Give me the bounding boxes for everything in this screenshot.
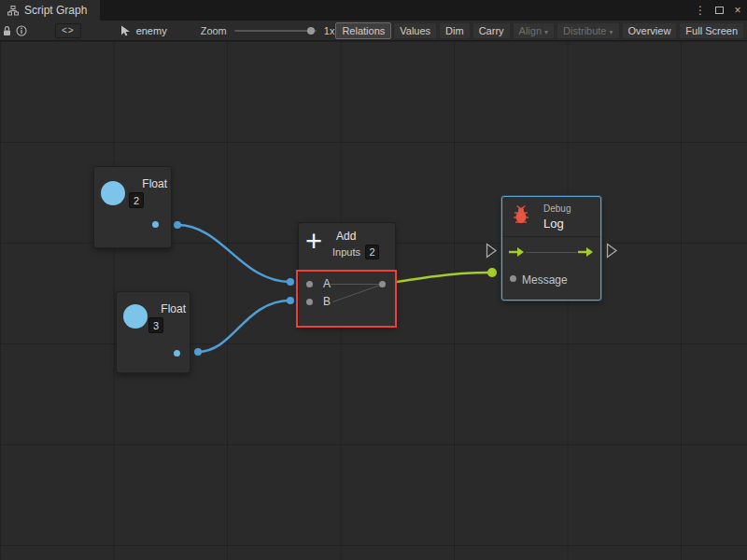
window-menu-button[interactable]: ⋮ <box>691 0 710 21</box>
inputs-count-input[interactable]: 2 <box>365 245 379 259</box>
graph-name-label: enemy <box>136 25 167 36</box>
code-icon: <> <box>62 25 75 35</box>
zoom-value: 1x <box>324 25 335 36</box>
debug-flow-row <box>502 237 600 267</box>
wire-endpoint-dot-green[interactable] <box>487 268 497 277</box>
distribute-dropdown[interactable]: Distribute▾ <box>557 22 619 39</box>
zoom-control: Zoom 1x <box>201 25 335 36</box>
node-title: Float <box>128 177 167 190</box>
script-graph-icon <box>7 6 19 16</box>
wire-endpoint-dot[interactable] <box>174 221 181 229</box>
wire-add-to-debug-message[interactable] <box>396 273 492 282</box>
wire-endpoint-dot[interactable] <box>194 348 202 356</box>
tab-title: Script Graph <box>24 4 87 17</box>
close-button[interactable]: × <box>728 0 747 21</box>
toolbar-buttons: Relations Values Dim Carry Align▾ Distri… <box>334 21 747 40</box>
carry-label: Carry <box>479 25 504 36</box>
relations-label: Relations <box>342 25 385 36</box>
float-node-3[interactable]: Float 3 <box>116 291 190 373</box>
float-value-input[interactable]: 3 <box>148 317 163 333</box>
relation-lines <box>299 271 395 326</box>
title-bar: Script Graph ⋮ × <box>0 0 747 21</box>
input-port-b[interactable] <box>306 299 313 305</box>
pointer-icon <box>120 25 131 36</box>
wire-endpoint-dot[interactable] <box>287 297 294 304</box>
add-icon: + <box>305 225 322 259</box>
debug-message-row: Message <box>502 267 600 297</box>
values-button[interactable]: Values <box>393 22 437 39</box>
fullscreen-button[interactable]: Full Screen <box>679 22 744 39</box>
flow-continuation-left-icon <box>486 243 498 259</box>
values-label: Values <box>400 25 430 36</box>
code-view-button[interactable]: <> <box>55 23 81 38</box>
add-node-header: + Add Inputs 2 <box>299 223 395 271</box>
flow-output-port-icon[interactable] <box>578 246 594 258</box>
dim-button[interactable]: Dim <box>439 22 471 39</box>
chevron-down-icon: ▾ <box>610 28 613 36</box>
float-node-2[interactable]: Float 2 <box>93 166 172 248</box>
input-port-a[interactable] <box>306 281 313 287</box>
wire-endpoint-dot[interactable] <box>287 278 294 286</box>
float-output-port[interactable] <box>174 350 180 357</box>
float-output-port[interactable] <box>152 221 159 228</box>
node-title: Log <box>543 217 564 231</box>
flow-relation-line <box>526 252 577 253</box>
relations-button[interactable]: Relations <box>335 22 391 39</box>
tab-script-graph[interactable]: Script Graph <box>0 0 100 21</box>
bug-icon <box>511 204 531 225</box>
graph-breadcrumb[interactable]: enemy <box>120 25 167 36</box>
flow-input-port-icon[interactable] <box>509 246 525 258</box>
info-button[interactable] <box>14 21 28 40</box>
overview-label: Overview <box>628 25 671 36</box>
inputs-label: Inputs <box>332 246 360 258</box>
distribute-label: Distribute <box>563 25 606 36</box>
zoom-slider[interactable] <box>234 30 317 32</box>
float-literal-icon <box>123 304 148 329</box>
debug-node-header: Debug Log <box>502 197 600 237</box>
port-b-label: B <box>323 295 331 308</box>
node-title: Float <box>147 302 186 315</box>
wire-float3-to-add-b[interactable] <box>198 301 290 352</box>
message-port-label: Message <box>522 273 568 287</box>
maximize-button[interactable] <box>710 0 728 21</box>
debug-log-node[interactable]: Debug Log Message <box>501 196 601 301</box>
kebab-menu-icon: ⋮ <box>695 4 706 17</box>
maximize-icon <box>715 7 724 14</box>
carry-button[interactable]: Carry <box>472 22 511 39</box>
zoom-slider-handle[interactable] <box>307 27 315 35</box>
overview-button[interactable]: Overview <box>622 22 678 39</box>
graph-canvas[interactable]: Float 2 Float 3 + Add Inputs 2 <box>0 41 747 560</box>
titlebar-spacer <box>100 0 691 21</box>
dim-label: Dim <box>445 25 464 36</box>
float-literal-icon <box>101 181 125 205</box>
editor-window: Script Graph ⋮ × <> enemy <box>0 0 747 560</box>
close-icon: × <box>734 4 740 17</box>
node-title: Add <box>336 230 356 243</box>
node-category: Debug <box>543 203 571 214</box>
add-node[interactable]: + Add Inputs 2 A B <box>298 222 396 327</box>
message-input-port[interactable] <box>510 275 516 282</box>
wire-float2-to-add-a[interactable] <box>177 225 290 282</box>
info-icon <box>16 25 27 36</box>
chevron-down-icon: ▾ <box>544 28 548 36</box>
lock-button[interactable] <box>0 21 14 40</box>
graph-toolbar: <> enemy Zoom 1x Relations Values Dim Ca… <box>0 21 747 41</box>
float-value-input[interactable]: 2 <box>129 192 144 208</box>
fullscreen-label: Full Screen <box>685 25 738 36</box>
align-dropdown[interactable]: Align▾ <box>513 22 555 39</box>
add-node-ports: A B <box>299 271 395 326</box>
flow-continuation-right-icon <box>606 243 618 259</box>
zoom-label: Zoom <box>201 25 227 36</box>
lock-icon <box>2 25 12 36</box>
sum-output-port[interactable] <box>379 281 386 287</box>
align-label: Align <box>519 25 542 36</box>
port-a-label: A <box>323 277 331 290</box>
inputs-setting: Inputs 2 <box>332 245 379 259</box>
